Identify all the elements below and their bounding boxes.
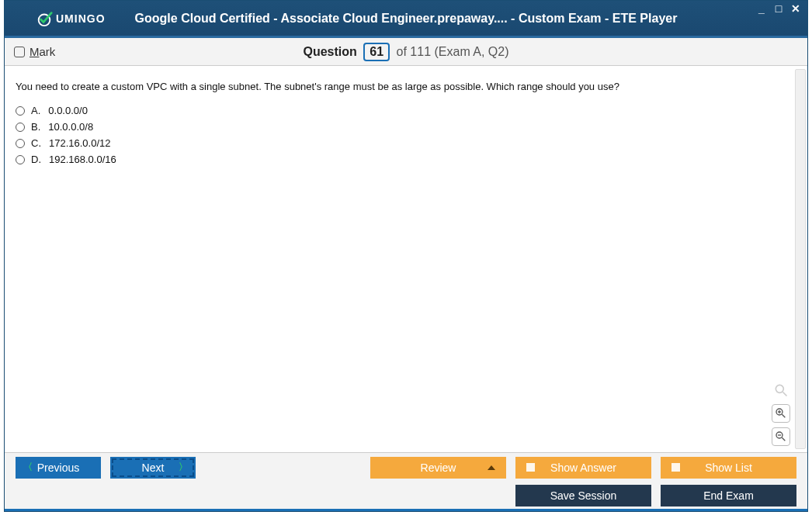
triangle-up-icon (488, 465, 495, 470)
radio-icon (16, 123, 25, 132)
previous-button[interactable]: 〈 Previous (16, 457, 101, 479)
answer-options: A. 0.0.0.0/0 B. 10.0.0.0/8 C. 172.16.0.0… (16, 105, 796, 165)
zoom-in-button[interactable] (772, 404, 790, 423)
chevron-right-icon: 〉 (179, 461, 188, 474)
next-button[interactable]: Next 〉 (110, 457, 196, 479)
checkbox-icon (14, 47, 25, 57)
svg-point-1 (776, 385, 783, 392)
show-answer-button[interactable]: Show Answer (515, 457, 651, 479)
checkbox-icon (526, 463, 535, 472)
svg-line-4 (782, 414, 785, 417)
minimize-button[interactable]: _ (755, 3, 769, 16)
window-title: Google Cloud Certified - Associate Cloud… (5, 12, 807, 26)
title-bar: UMINGO Google Cloud Certified - Associat… (5, 1, 807, 38)
checkbox-icon (671, 463, 680, 472)
search-icon[interactable] (772, 381, 790, 399)
current-question-number: 61 (363, 43, 390, 61)
option-d[interactable]: D. 192.168.0.0/16 (16, 154, 796, 165)
content-area: You need to create a custom VPC with a s… (5, 66, 807, 452)
mark-label: Mark (29, 45, 55, 58)
app-logo: UMINGO (36, 10, 106, 27)
question-position: Question 61 of 111 (Exam A, Q2) (5, 43, 807, 61)
maximize-button[interactable]: □ (772, 3, 786, 16)
footer-nav-row: 〈 Previous Next 〉 Review Show Answer Sho… (5, 452, 807, 482)
radio-icon (16, 106, 25, 116)
show-list-button[interactable]: Show List (661, 457, 796, 479)
save-session-button[interactable]: Save Session (515, 485, 651, 506)
zoom-out-button[interactable] (772, 427, 790, 446)
svg-line-2 (783, 392, 787, 396)
review-button[interactable]: Review (370, 457, 506, 479)
zoom-tools (772, 381, 790, 446)
window-controls: _ □ ✕ (755, 3, 803, 16)
end-exam-button[interactable]: End Exam (661, 485, 796, 506)
question-content: You need to create a custom VPC with a s… (5, 66, 807, 179)
option-a[interactable]: A. 0.0.0.0/0 (16, 105, 796, 116)
option-c[interactable]: C. 172.16.0.0/12 (16, 137, 796, 149)
vertical-scrollbar[interactable] (795, 69, 806, 449)
question-text: You need to create a custom VPC with a s… (16, 80, 796, 94)
radio-icon (16, 139, 25, 148)
option-b[interactable]: B. 10.0.0.0/8 (16, 121, 796, 133)
close-button[interactable]: ✕ (789, 3, 803, 16)
footer-session-row: Save Session End Exam (5, 482, 807, 511)
mark-toggle[interactable]: Mark (14, 45, 55, 58)
logo-text: UMINGO (56, 12, 106, 25)
svg-line-8 (782, 437, 785, 441)
app-window: UMINGO Google Cloud Certified - Associat… (4, 0, 808, 512)
radio-icon (16, 155, 25, 164)
chevron-left-icon: 〈 (23, 461, 33, 474)
checkmark-icon (36, 10, 53, 27)
question-header: Mark Question 61 of 111 (Exam A, Q2) (5, 38, 807, 66)
